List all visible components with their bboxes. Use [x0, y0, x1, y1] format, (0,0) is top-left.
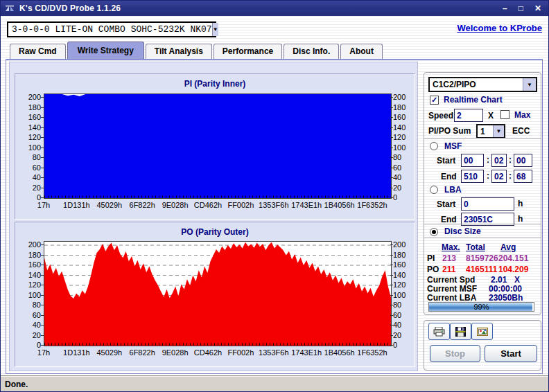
x-tick-label: CD462h — [194, 201, 222, 209]
chevron-down-icon[interactable]: ▼ — [523, 78, 536, 91]
lba-end-label: End — [441, 215, 457, 224]
axis-tick — [41, 295, 44, 296]
current-msf-label: Current MSF — [427, 284, 477, 294]
axis-tick — [390, 315, 393, 316]
close-button[interactable]: ✕ — [534, 4, 541, 12]
axis-tick — [41, 325, 44, 326]
axis-tick — [390, 275, 393, 276]
axis-tick — [41, 335, 44, 336]
maximize-button[interactable]: □ — [518, 4, 523, 12]
welcome-link[interactable]: Welcome to KProbe — [457, 23, 542, 33]
msf-radio[interactable] — [430, 142, 438, 150]
chevron-down-icon[interactable]: ▼ — [493, 125, 504, 137]
divider — [424, 138, 541, 139]
disc-size-radio[interactable] — [430, 228, 438, 236]
tab-performance[interactable]: Performance — [214, 44, 282, 59]
save-button[interactable] — [450, 323, 471, 340]
start-button[interactable]: Start — [485, 345, 537, 362]
stop-button[interactable]: Stop — [430, 345, 480, 362]
y-tick-label: 60 — [393, 311, 415, 319]
colon: : — [509, 171, 512, 181]
x-tick-label: FF002h — [227, 348, 254, 357]
po-chart-title: PO (Parity Outer) — [15, 227, 415, 237]
msf-start-frame[interactable] — [514, 154, 532, 167]
msf-start-sec[interactable] — [491, 154, 507, 167]
x-tick-label: 9E028h — [162, 201, 189, 209]
x-tick-label: 1353F6h — [259, 348, 288, 357]
pipo-sum-select[interactable]: 1 ▼ — [476, 124, 505, 139]
axis-tick — [390, 295, 393, 296]
speed-label: Speed — [428, 111, 453, 121]
axis-tick — [41, 148, 44, 148]
tab-write-strategy[interactable]: Write Strategy — [67, 42, 144, 59]
po-chart-panel: PO (Parity Outer) 0020204040606080801001… — [15, 222, 415, 367]
y-tick-label: 80 — [393, 153, 415, 161]
max-checkbox[interactable] — [500, 110, 509, 119]
y-tick-label: 80 — [393, 301, 415, 309]
y-tick-label: 100 — [393, 291, 415, 299]
lba-label: LBA — [444, 185, 462, 195]
floppy-icon — [455, 327, 466, 337]
axis-tick — [390, 148, 393, 148]
y-tick-label: 200 — [19, 240, 41, 249]
x-tick-label: 1D131h — [63, 201, 90, 209]
axis-tick — [41, 345, 44, 346]
axis-tick — [390, 244, 393, 245]
y-tick-label: 100 — [19, 143, 41, 152]
minimize-button[interactable]: – — [503, 4, 507, 12]
axis-tick — [390, 97, 393, 98]
stats-pi-max: 213 — [442, 253, 456, 263]
axis-tick — [41, 285, 44, 285]
y-tick-label: 40 — [19, 321, 41, 329]
y-tick-label: 120 — [19, 280, 41, 289]
stats-header-max: Max. — [442, 242, 460, 252]
stats-po-label: PO — [427, 265, 439, 274]
y-tick-label: 20 — [393, 331, 415, 339]
stats-header-total: Total — [466, 242, 485, 252]
msf-end-sec[interactable] — [491, 170, 507, 183]
divider — [424, 238, 541, 238]
msf-end-frame[interactable] — [514, 170, 532, 183]
y-tick-label: 20 — [19, 184, 41, 192]
lba-start-input[interactable] — [461, 197, 514, 211]
axis-tick — [41, 117, 44, 118]
tab-disc-info-[interactable]: Disc Info. — [284, 44, 339, 59]
colon: : — [487, 171, 489, 181]
drive-selector[interactable]: 3-0-0-0 LITE-ON COMBO SOHC-5232K NK07 ▼ — [7, 21, 216, 37]
drive-selector-value: 3-0-0-0 LITE-ON COMBO SOHC-5232K NK07 — [8, 24, 212, 35]
stats-po-total: 4165111 — [466, 265, 497, 274]
y-tick-label: 180 — [19, 251, 41, 259]
colon: : — [487, 155, 489, 165]
divider — [424, 224, 541, 224]
lba-start-label: Start — [437, 199, 455, 209]
tab-tilt-analysis[interactable]: Tilt Analysis — [146, 44, 212, 59]
y-tick-label: 140 — [19, 271, 41, 279]
current-spd-value: 2.01 — [491, 275, 507, 285]
axis-tick — [390, 325, 393, 326]
msf-end-min[interactable] — [461, 170, 484, 183]
tab-about[interactable]: About — [340, 44, 383, 59]
status-text: Done. — [5, 380, 28, 389]
print-button[interactable] — [428, 323, 450, 340]
mode-selector[interactable]: C1C2/PIPO ▼ — [428, 77, 537, 92]
export-image-button[interactable] — [471, 323, 493, 340]
speed-input[interactable] — [454, 109, 483, 122]
axis-tick — [390, 127, 393, 128]
po-chart-plot — [44, 241, 392, 346]
axis-tick — [390, 335, 393, 336]
tab-raw-cmd[interactable]: Raw Cmd — [10, 44, 66, 59]
pipo-sum-label: PI/PO Sum — [428, 126, 471, 136]
lba-radio[interactable] — [430, 186, 438, 194]
realtime-chart-checkbox[interactable]: ✓ — [430, 96, 439, 105]
axis-tick — [390, 345, 393, 346]
axis-tick — [41, 168, 44, 168]
msf-label: MSF — [444, 141, 462, 151]
axis-tick — [41, 137, 44, 138]
kprobe-window: K's CD/DVD Probe 1.1.26 – □ ✕ 3-0-0-0 LI… — [0, 0, 549, 392]
realtime-chart-label: Realtime Chart — [444, 95, 503, 105]
pi-chart-panel: PI (Parity Inner) 0020204040606080801001… — [15, 73, 415, 220]
msf-start-min[interactable] — [461, 154, 484, 167]
chevron-down-icon[interactable]: ▼ — [212, 23, 218, 36]
axis-tick — [390, 255, 393, 256]
pi-chart-title: PI (Parity Inner) — [15, 79, 415, 89]
